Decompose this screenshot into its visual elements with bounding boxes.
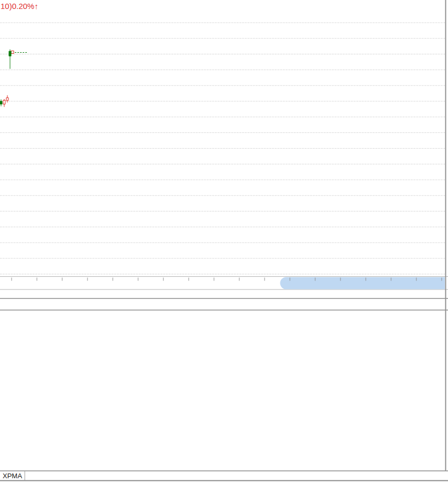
indicator-readout: 10)0.20%↑ [1,2,38,11]
price-gridlines [0,23,445,274]
candle-up [6,98,8,100]
footer-indicator-label: XPMA [3,472,22,480]
date-axis-band [0,277,448,290]
axis-highlight [280,277,445,289]
chart-canvas[interactable] [0,0,448,483]
panel-frame [0,0,448,481]
candle-down [0,101,2,104]
trading-chart-window: 10)0.20%↑ XPMA [0,0,448,483]
candle-up [3,100,5,104]
candles-layer [0,50,11,107]
preclose-marker [11,51,28,54]
candle-down [9,51,11,56]
